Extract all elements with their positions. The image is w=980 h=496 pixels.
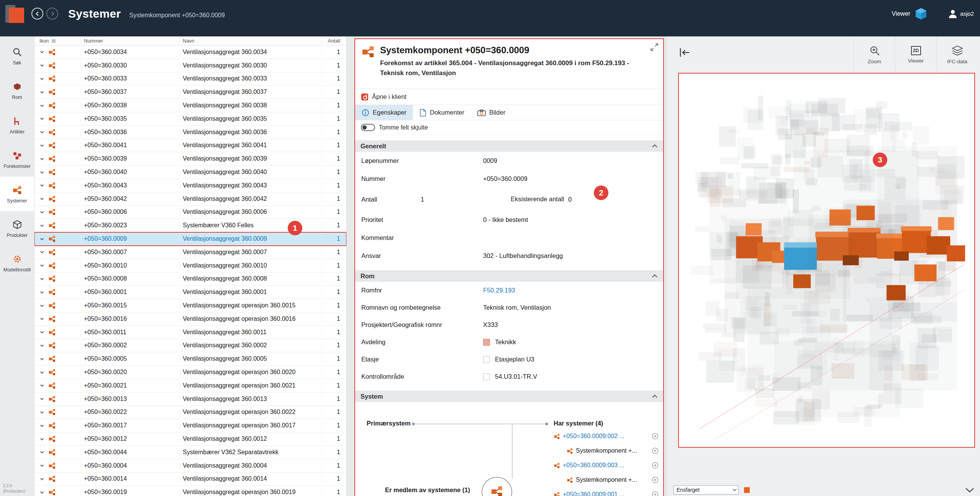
table-row[interactable]: +050=360.0034 Ventilasjonsaggregat 360.0… bbox=[34, 46, 346, 59]
sidebar-item-modellinnstill[interactable]: Modellinnstill bbox=[0, 246, 34, 280]
table-row[interactable]: +050=360.0004 Ventilasjonsaggregat 360.0… bbox=[34, 459, 346, 473]
column-header-nummer[interactable]: Nummer bbox=[80, 38, 179, 44]
har-system-item[interactable]: +050=360.0009:003 ... bbox=[554, 458, 659, 473]
har-system-item[interactable]: Systemkomponent +... bbox=[554, 473, 659, 487]
section-system-header[interactable]: System bbox=[355, 391, 663, 402]
back-button[interactable] bbox=[31, 8, 43, 20]
row-expand-chevron-icon[interactable] bbox=[39, 237, 44, 241]
row-expand-chevron-icon[interactable] bbox=[39, 76, 44, 81]
add-related-icon[interactable] bbox=[652, 476, 659, 483]
table-row[interactable]: +050=360.0010 Ventilasjonsaggregat 360.0… bbox=[34, 259, 346, 273]
row-expand-chevron-icon[interactable] bbox=[39, 290, 44, 295]
user-menu[interactable]: asjo2 bbox=[947, 8, 974, 20]
row-expand-chevron-icon[interactable] bbox=[39, 463, 44, 468]
table-row[interactable]: +050=360.0038 Ventilasjonsaggregat 360.0… bbox=[34, 99, 346, 112]
har-system-item[interactable]: +050=360.0009:002 ... bbox=[554, 429, 659, 443]
row-expand-chevron-icon[interactable] bbox=[39, 396, 44, 401]
row-expand-chevron-icon[interactable] bbox=[39, 356, 44, 361]
collapse-viewer-button[interactable] bbox=[678, 47, 691, 59]
row-expand-chevron-icon[interactable] bbox=[39, 210, 44, 215]
model-viewport[interactable] bbox=[678, 73, 975, 448]
color-mode-select[interactable]: Ensfarget bbox=[674, 485, 739, 494]
row-expand-chevron-icon[interactable] bbox=[39, 316, 44, 321]
table-row[interactable]: +050=360.0007 Ventilasjonsaggregat 360.0… bbox=[34, 246, 346, 259]
table-row[interactable]: +050=360.0020 Ventilasjonsaggregat opera… bbox=[34, 366, 346, 379]
table-row[interactable]: +050=360.0002 Ventilasjonsaggregat 360.0… bbox=[34, 339, 346, 353]
sidebar-item-sok[interactable]: Søk bbox=[0, 39, 34, 73]
row-expand-chevron-icon[interactable] bbox=[39, 49, 44, 54]
table-row[interactable]: +050=360.0011 Ventilasjonsaggregat 360.0… bbox=[34, 326, 346, 339]
row-expand-chevron-icon[interactable] bbox=[39, 103, 44, 108]
zoom-button[interactable]: Zoom bbox=[854, 36, 895, 73]
row-expand-chevron-icon[interactable] bbox=[39, 423, 44, 428]
row-expand-chevron-icon[interactable] bbox=[39, 63, 44, 68]
collapse-bottom-button[interactable] bbox=[965, 487, 975, 494]
app-logo-icon[interactable] bbox=[5, 4, 25, 23]
add-related-icon[interactable] bbox=[652, 462, 659, 469]
table-row[interactable]: +050=360.0014 Ventilasjonsaggregat 360.0… bbox=[34, 473, 346, 486]
row-expand-chevron-icon[interactable] bbox=[39, 383, 44, 388]
row-expand-chevron-icon[interactable] bbox=[39, 410, 44, 415]
ifc-data-button[interactable]: IFC-data bbox=[936, 36, 978, 73]
field-checkbox[interactable] bbox=[483, 356, 490, 363]
row-expand-chevron-icon[interactable] bbox=[39, 90, 44, 95]
viewer-2d-button[interactable]: 2D Viewer bbox=[895, 36, 936, 73]
tab-bilder[interactable]: Bilder bbox=[471, 105, 512, 120]
expand-panel-button[interactable] bbox=[649, 42, 659, 53]
row-expand-chevron-icon[interactable] bbox=[39, 223, 44, 228]
row-expand-chevron-icon[interactable] bbox=[39, 116, 44, 121]
field-checkbox[interactable] bbox=[483, 373, 490, 380]
sidebar-item-artikler[interactable]: Artikler bbox=[0, 108, 34, 142]
add-related-icon[interactable] bbox=[652, 491, 659, 496]
table-row[interactable]: +050=360.0017 Ventilasjonsaggregat opera… bbox=[34, 419, 346, 432]
table-row[interactable]: +050=360.0044 Systembærer V362 Separatav… bbox=[34, 446, 346, 459]
tab-egenskaper[interactable]: Egenskaper bbox=[355, 105, 413, 120]
table-row[interactable]: +050=360.0037 Ventilasjonsaggregat 360.0… bbox=[34, 85, 346, 99]
table-row[interactable]: +050=360.0022 Ventilasjonsaggregat opera… bbox=[34, 406, 346, 419]
row-expand-chevron-icon[interactable] bbox=[39, 250, 44, 255]
row-expand-chevron-icon[interactable] bbox=[39, 196, 44, 201]
table-row[interactable]: +050=360.0021 Ventilasjonsaggregat opera… bbox=[34, 379, 346, 393]
row-expand-chevron-icon[interactable] bbox=[39, 450, 44, 455]
column-header-antall[interactable]: Antall bbox=[322, 38, 346, 44]
sidebar-item-forekomster[interactable]: Forekomster bbox=[0, 142, 34, 177]
row-expand-chevron-icon[interactable] bbox=[39, 370, 44, 375]
row-expand-chevron-icon[interactable] bbox=[39, 276, 44, 281]
table-row[interactable]: +050=360.0040 Ventilasjonsaggregat 360.0… bbox=[34, 166, 346, 179]
row-expand-chevron-icon[interactable] bbox=[39, 130, 44, 135]
row-expand-chevron-icon[interactable] bbox=[39, 303, 44, 308]
table-row[interactable]: +050=360.0001 Ventilasjonsaggregat 360.0… bbox=[34, 286, 346, 299]
column-header-ikon[interactable]: Ikon bbox=[34, 38, 80, 44]
viewer-cube-icon[interactable] bbox=[915, 7, 927, 20]
table-row[interactable]: +050=360.0016 Ventilasjonsaggregat opera… bbox=[34, 312, 346, 326]
table-row[interactable]: +050=360.0042 Ventilasjonsaggregat 360.0… bbox=[34, 192, 346, 206]
row-expand-chevron-icon[interactable] bbox=[39, 490, 44, 495]
tab-dokumenter[interactable]: Dokumenter bbox=[413, 105, 471, 120]
row-expand-chevron-icon[interactable] bbox=[39, 170, 44, 175]
row-expand-chevron-icon[interactable] bbox=[39, 437, 44, 442]
table-row[interactable]: +050=360.0039 Ventilasjonsaggregat 360.0… bbox=[34, 152, 346, 166]
table-row[interactable]: +050=360.0019 Ventilasjonsaggregat opera… bbox=[34, 486, 346, 496]
table-row[interactable]: +050=360.0012 Ventilasjonsaggregat 360.0… bbox=[34, 432, 346, 446]
row-expand-chevron-icon[interactable] bbox=[39, 263, 44, 268]
table-row[interactable]: +050=360.0005 Ventilasjonsaggregat 360.0… bbox=[34, 352, 346, 366]
table-row[interactable]: +050=360.0035 Ventilasjonsaggregat 360.0… bbox=[34, 112, 346, 126]
section-rom-header[interactable]: Rom bbox=[355, 270, 663, 282]
table-row[interactable]: +050=360.0033 Ventilasjonsaggregat 360.0… bbox=[34, 72, 346, 86]
row-expand-chevron-icon[interactable] bbox=[39, 143, 44, 148]
sidebar-item-systemer[interactable]: Systemer bbox=[0, 177, 34, 211]
har-system-item[interactable]: +050=360.0009:001 ... bbox=[554, 487, 659, 496]
table-row[interactable]: +050=360.0043 Ventilasjonsaggregat 360.0… bbox=[34, 179, 346, 192]
table-row[interactable]: +050=360.0030 Ventilasjonsaggregat 360.0… bbox=[34, 59, 346, 72]
section-generelt-header[interactable]: Generelt bbox=[355, 140, 663, 152]
row-expand-chevron-icon[interactable] bbox=[39, 343, 44, 348]
har-system-item[interactable]: Systemkomponent +... bbox=[554, 443, 659, 458]
open-in-client-button[interactable]: Åpne i klient bbox=[355, 89, 663, 105]
add-related-icon[interactable] bbox=[652, 433, 659, 440]
column-header-navn[interactable]: Navn bbox=[179, 38, 322, 44]
forward-button[interactable] bbox=[46, 8, 58, 20]
row-expand-chevron-icon[interactable] bbox=[39, 156, 44, 161]
sidebar-item-rom[interactable]: Rom bbox=[0, 73, 34, 108]
row-expand-chevron-icon[interactable] bbox=[39, 183, 44, 188]
sidebar-item-produkter[interactable]: Produkter bbox=[0, 211, 34, 246]
